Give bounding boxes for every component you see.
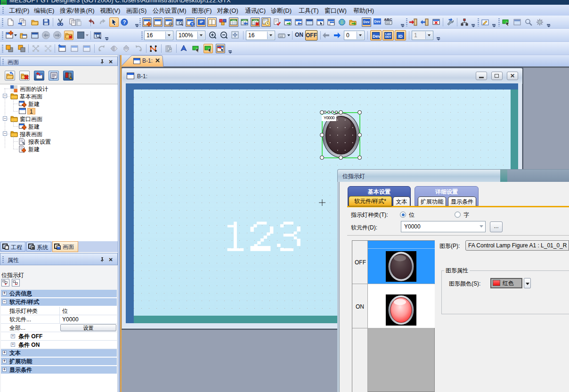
svg-text:!: ! [70, 77, 71, 80]
